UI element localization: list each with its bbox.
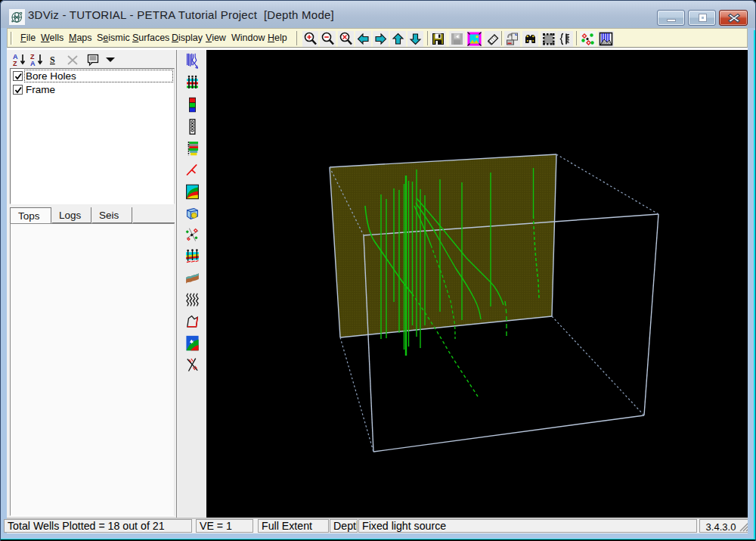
svg-text:S: S bbox=[50, 54, 55, 65]
svg-text:Z: Z bbox=[13, 60, 17, 67]
svg-text:A: A bbox=[30, 60, 36, 67]
